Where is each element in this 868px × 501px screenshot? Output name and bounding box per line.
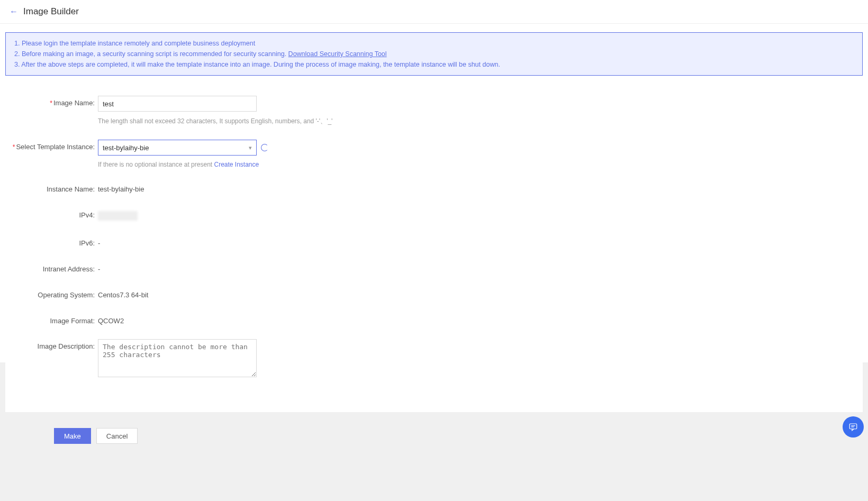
select-template-hint: If there is no optional instance at pres…	[98, 161, 268, 168]
instance-name-value: test-bylaihy-bie	[98, 182, 144, 193]
notice-line-2-prefix: 2. Before making an image, a security sc…	[14, 50, 288, 58]
back-arrow-icon[interactable]: ←	[10, 7, 18, 16]
os-value: Centos7.3 64-bit	[98, 288, 148, 299]
notice-line-3: 3. After the above steps are completed, …	[14, 59, 854, 70]
intranet-value: -	[98, 262, 100, 273]
image-name-hint: The length shall not exceed 32 character…	[98, 117, 332, 126]
description-label: Image Description:	[11, 339, 98, 351]
ipv6-label: IPv6:	[11, 236, 98, 248]
notice-line-1: 1. Please login the template instance re…	[14, 38, 854, 49]
page-header: ← Image Builder	[0, 0, 868, 24]
image-name-label: *Image Name:	[11, 96, 98, 108]
cancel-button[interactable]: Cancel	[96, 428, 138, 444]
refresh-icon[interactable]	[261, 144, 268, 151]
image-builder-form: *Image Name: The length shall not exceed…	[5, 81, 863, 412]
notice-banner: 1. Please login the template instance re…	[5, 32, 863, 76]
chat-fab[interactable]	[843, 416, 864, 438]
download-security-tool-link[interactable]: Download Security Scanning Tool	[288, 50, 387, 58]
format-value: QCOW2	[98, 314, 124, 325]
make-button[interactable]: Make	[54, 428, 91, 444]
instance-name-label: Instance Name:	[11, 182, 98, 194]
notice-line-2: 2. Before making an image, a security sc…	[14, 49, 854, 59]
select-template-dropdown[interactable]: test-bylaihy-bie ▾	[98, 140, 257, 156]
ipv4-label: IPv4:	[11, 208, 98, 220]
svg-rect-0	[849, 424, 857, 429]
image-name-input[interactable]	[98, 96, 257, 112]
chat-icon	[848, 422, 858, 432]
os-label: Operating System:	[11, 288, 98, 300]
footer-bar: Make Cancel	[5, 422, 863, 450]
select-template-value: test-bylaihy-bie	[103, 144, 149, 152]
ipv6-value: -	[98, 236, 100, 247]
description-textarea[interactable]	[98, 339, 257, 377]
intranet-label: Intranet Address:	[11, 262, 98, 274]
select-template-label: *Select Template Instance:	[11, 140, 98, 152]
format-label: Image Format:	[11, 314, 98, 326]
chevron-down-icon: ▾	[249, 144, 252, 151]
create-instance-link[interactable]: Create Instance	[214, 161, 259, 168]
page-title: Image Builder	[23, 6, 79, 17]
ipv4-value	[98, 208, 138, 222]
